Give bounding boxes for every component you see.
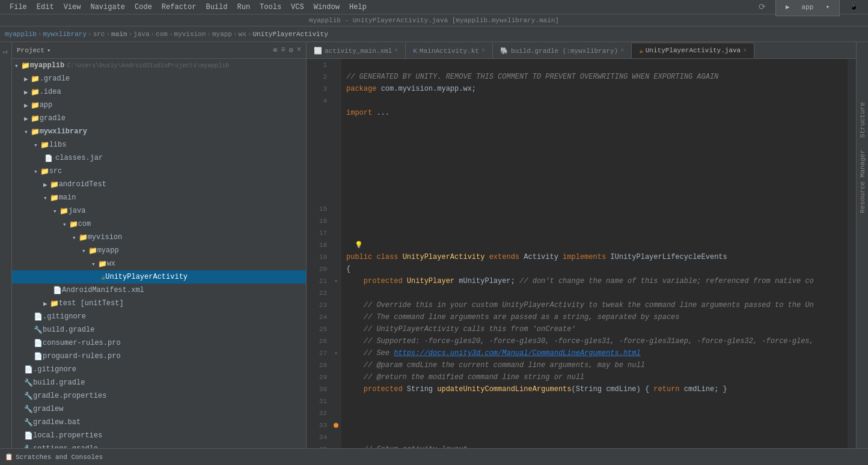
folder-expand-icon: ▶	[24, 75, 28, 83]
folder-icon: 📁	[40, 141, 49, 150]
folder-icon: 📁	[79, 233, 88, 242]
tree-libs[interactable]: ▾ 📁 libs	[12, 138, 306, 151]
tab-label: UnityPlayerActivity.java	[646, 47, 741, 54]
folder-expand-icon: ▾	[53, 207, 57, 215]
code-line-25: // @param cmdLine the current command li…	[346, 361, 645, 369]
tab-mainactivity-kt[interactable]: K MainActivity.kt ×	[406, 43, 493, 58]
tree-idea[interactable]: ▶ 📁 .idea	[12, 85, 306, 99]
tab-activity-main-xml[interactable]: ⬜ activity_main.xml ×	[307, 43, 406, 58]
tab-close-icon[interactable]: ×	[620, 47, 624, 54]
fold-27[interactable]: ▾	[334, 350, 338, 357]
tree-java[interactable]: ▾ 📁 java	[12, 204, 306, 217]
tree-gradle-properties[interactable]: 🔧 gradle.properties	[12, 389, 306, 403]
tree-test[interactable]: ▶ 📁 test [unitTest]	[12, 297, 306, 310]
panel-dropdown-icon[interactable]: ▾	[47, 47, 50, 54]
tree-root[interactable]: ▾ 📁 myapplib C:\Users\busiy\AndroidStudi…	[12, 59, 306, 72]
tree-unity-activity[interactable]: ☕ UnityPlayerActivity	[12, 270, 306, 284]
breadcrumb-java[interactable]: java	[133, 31, 149, 38]
file-icon: 🔧	[24, 378, 33, 388]
root-path: C:\Users\busiy\AndroidStudioProjects\mya…	[67, 62, 229, 69]
code-content[interactable]: // GENERATED BY UNITY. REMOVE THIS COMME…	[341, 59, 848, 448]
breadcrumb-wx[interactable]: wx	[239, 31, 246, 38]
panel-collapse-icon[interactable]: ≡	[281, 46, 285, 55]
tab-close-icon[interactable]: ×	[481, 47, 485, 54]
line-num-18: 18	[310, 239, 327, 251]
menu-edit[interactable]: Edit	[32, 0, 59, 14]
tree-gradlew-bat[interactable]: 🔧 gradlew.bat	[12, 416, 306, 429]
code-line-2: package com.myvision.myapp.wx;	[346, 85, 476, 93]
tab-unity-activity[interactable]: ☕ UnityPlayerActivity.java ×	[632, 43, 754, 58]
project-tab-icon[interactable]: 1	[2, 50, 9, 54]
folder-expand-icon: ▶	[24, 88, 28, 96]
code-line-20: // Override this in your custom UnityPla…	[346, 301, 814, 309]
breadcrumb-mywxlibrary[interactable]: mywxlibrary	[43, 31, 87, 38]
run-button[interactable]: ▶ app ▾	[775, 0, 840, 16]
menu-view[interactable]: View	[59, 0, 86, 14]
menu-code[interactable]: Code	[130, 0, 157, 14]
file-icon: 📄	[44, 154, 53, 162]
fold-20[interactable]: ▾	[334, 278, 338, 285]
panel-scope-icon[interactable]: ⊕	[273, 46, 277, 55]
sync-icon[interactable]: ⟳	[754, 0, 771, 14]
folder-icon: 📁	[50, 193, 59, 202]
tree-local-properties[interactable]: 📄 local.properties	[12, 429, 306, 442]
menu-tools[interactable]: Tools	[255, 0, 286, 14]
tab-close-icon[interactable]: ×	[743, 47, 747, 54]
window-title: myapplib - UnityPlayerActivity.java [mya…	[309, 17, 559, 24]
tree-build-gradle-inner[interactable]: 🔧 build.gradle	[12, 323, 306, 336]
panel-settings-icon[interactable]: ⚙	[289, 46, 293, 55]
tree-androidtest[interactable]: ▶ 📁 androidTest	[12, 178, 306, 191]
breadcrumb-main[interactable]: main	[111, 31, 127, 38]
scratches-consoles[interactable]: 📋 Scratches and Consoles	[5, 453, 103, 461]
menu-refactor[interactable]: Refactor	[157, 0, 201, 14]
tree-gradle-hidden[interactable]: ▶ 📁 .gradle	[12, 72, 306, 85]
menu-build[interactable]: Build	[201, 0, 232, 14]
tree-settings-gradle[interactable]: 🔧 settings.gradle	[12, 442, 306, 448]
panel-close-icon[interactable]: ×	[297, 46, 301, 55]
tree-mywxlibrary[interactable]: ▾ 📁 mywxlibrary	[12, 125, 306, 138]
tree-classes-jar[interactable]: 📄 classes.jar	[12, 151, 306, 165]
breadcrumb-myapplib[interactable]: myapplib	[5, 31, 37, 38]
tree-myapp[interactable]: ▾ 📁 myapp	[12, 244, 306, 257]
tree-myvision[interactable]: ▾ 📁 myvision	[12, 231, 306, 244]
menu-file[interactable]: File	[5, 0, 32, 14]
menu-run[interactable]: Run	[232, 0, 255, 14]
run-dropdown-icon: ▾	[821, 0, 834, 14]
tree-src[interactable]: ▾ 📁 src	[12, 165, 306, 178]
folder-expand-icon: ▾	[91, 260, 96, 268]
folder-expand-icon: ▾	[63, 220, 67, 228]
panel-header: Project ▾ ⊕ ≡ ⚙ ×	[12, 42, 306, 59]
tree-com[interactable]: ▾ 📁 com	[12, 217, 306, 231]
resource-manager-label[interactable]: Resource Manager	[859, 150, 866, 213]
tree-proguard-rules[interactable]: 📄 proguard-rules.pro	[12, 350, 306, 363]
breadcrumb-myapp[interactable]: myapp	[212, 31, 232, 38]
tree-androidmanifest[interactable]: 📄 AndroidManifest.xml	[12, 284, 306, 297]
tree-gradlew[interactable]: 🔧 gradlew	[12, 403, 306, 416]
folder-label: wx	[107, 260, 115, 268]
tree-gitignore-inner[interactable]: 📄 .gitignore	[12, 310, 306, 323]
tree-app[interactable]: ▶ 📁 app	[12, 99, 306, 112]
structure-label[interactable]: Structure	[859, 102, 866, 138]
tree-wx[interactable]: ▾ 📁 wx	[12, 257, 306, 270]
menu-window[interactable]: Window	[309, 0, 344, 14]
tab-close-icon[interactable]: ×	[394, 47, 398, 54]
tree-main[interactable]: ▾ 📁 main	[12, 191, 306, 204]
tree-gitignore-outer[interactable]: 📄 .gitignore	[12, 363, 306, 376]
menu-navigate[interactable]: Navigate	[85, 0, 130, 14]
breadcrumb-src[interactable]: src	[93, 31, 105, 38]
breadcrumb-myvision[interactable]: myvision	[174, 31, 206, 38]
tree-gradle[interactable]: ▶ 📁 gradle	[12, 112, 306, 125]
breadcrumb-unity-activity[interactable]: UnityPlayerActivity	[252, 31, 328, 38]
tree-build-gradle-outer[interactable]: 🔧 build.gradle	[12, 376, 306, 389]
menu-vcs[interactable]: VCS	[286, 0, 309, 14]
breadcrumb-com[interactable]: com	[156, 31, 168, 38]
line-num-1: 1	[310, 59, 327, 71]
tree-consumer-rules[interactable]: 📄 consumer-rules.pro	[12, 336, 306, 350]
file-icon: 🔧	[34, 326, 43, 335]
tab-build-gradle[interactable]: 🐘 build.gradle (:mywxlibrary) ×	[493, 43, 632, 58]
menu-help[interactable]: Help	[344, 0, 371, 14]
code-gutter: ▾ ▾	[331, 59, 341, 448]
folder-expand-icon: ▾	[43, 194, 47, 202]
line-num-32: 32	[310, 407, 327, 419]
tab-kt-icon: K	[413, 47, 417, 55]
